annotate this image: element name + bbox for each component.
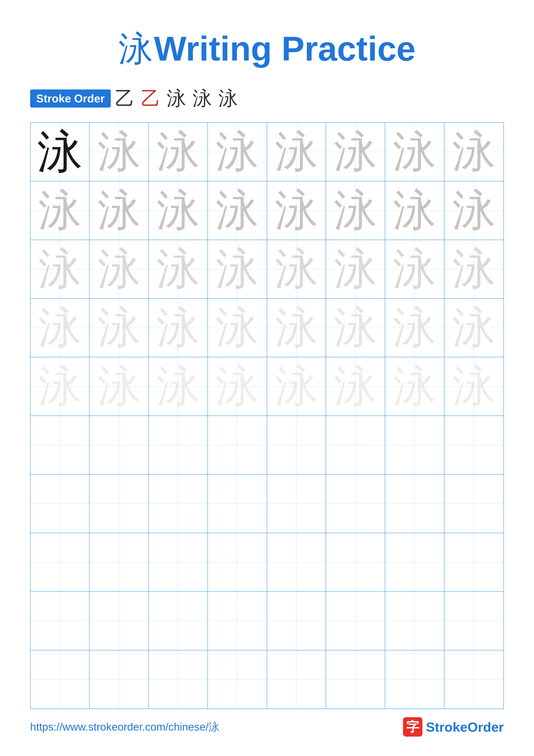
grid-cell-3-3[interactable]: 泳 [208, 299, 267, 357]
stroke-order-chars: 乙 乙 泳 泳 泳 [115, 85, 238, 112]
grid-cell-2-2[interactable]: 泳 [149, 240, 208, 298]
grid-cell-9-4[interactable] [267, 650, 326, 709]
cell-char-4-2: 泳 [151, 360, 205, 413]
grid-cell-3-4[interactable]: 泳 [267, 299, 326, 357]
grid-cell-0-2[interactable]: 泳 [149, 123, 208, 181]
grid-cell-6-7[interactable] [445, 474, 503, 533]
grid-cell-7-5[interactable] [326, 533, 385, 591]
grid-cell-8-3[interactable] [208, 592, 267, 650]
grid-cell-6-4[interactable] [267, 474, 326, 533]
grid-cell-8-1[interactable] [89, 592, 149, 650]
cell-char-0-3: 泳 [210, 125, 264, 179]
grid-cell-4-4[interactable]: 泳 [267, 357, 326, 416]
cell-char-2-1: 泳 [92, 242, 146, 296]
cell-char-4-1: 泳 [92, 360, 146, 413]
grid-cell-4-0[interactable]: 泳 [31, 357, 89, 416]
grid-cell-4-7[interactable]: 泳 [445, 357, 503, 416]
grid-cell-5-5[interactable] [326, 416, 385, 474]
grid-cell-3-1[interactable]: 泳 [89, 299, 149, 357]
grid-cell-7-6[interactable] [385, 533, 444, 591]
grid-cell-6-2[interactable] [149, 474, 208, 533]
grid-cell-1-6[interactable]: 泳 [385, 181, 444, 240]
grid-cell-4-3[interactable]: 泳 [208, 357, 267, 416]
grid-cell-8-5[interactable] [326, 592, 385, 650]
grid-cell-9-2[interactable] [149, 650, 208, 709]
grid-cell-2-0[interactable]: 泳 [31, 240, 89, 298]
grid-cell-5-2[interactable] [149, 416, 208, 474]
footer: https://www.strokeorder.com/chinese/泳 字 … [0, 717, 534, 737]
grid-cell-3-6[interactable]: 泳 [385, 299, 444, 357]
grid-cell-6-3[interactable] [208, 474, 267, 533]
grid-cell-9-5[interactable] [326, 650, 385, 709]
grid-cell-8-7[interactable] [445, 592, 503, 650]
grid-cell-4-1[interactable]: 泳 [89, 357, 149, 416]
grid-cell-0-1[interactable]: 泳 [89, 123, 149, 181]
grid-cell-1-2[interactable]: 泳 [149, 181, 208, 240]
grid-cell-5-3[interactable] [208, 416, 267, 474]
grid-cell-8-2[interactable] [149, 592, 208, 650]
grid-cell-4-6[interactable]: 泳 [385, 357, 444, 416]
footer-logo-text: StrokeOrder [426, 719, 504, 735]
grid-cell-7-7[interactable] [445, 533, 503, 591]
grid-cell-0-5[interactable]: 泳 [326, 123, 385, 181]
grid-cell-1-5[interactable]: 泳 [326, 181, 385, 240]
grid-row-6 [31, 474, 503, 533]
grid-cell-8-0[interactable] [31, 592, 89, 650]
grid-cell-9-6[interactable] [385, 650, 444, 709]
grid-cell-2-6[interactable]: 泳 [385, 240, 444, 298]
grid-cell-9-1[interactable] [89, 650, 149, 709]
grid-cell-7-1[interactable] [89, 533, 149, 591]
grid-cell-3-5[interactable]: 泳 [326, 299, 385, 357]
title-chinese-char: 泳 [118, 30, 153, 68]
cell-char-3-4: 泳 [269, 301, 323, 355]
grid-cell-5-1[interactable] [89, 416, 149, 474]
grid-cell-0-4[interactable]: 泳 [267, 123, 326, 181]
grid-cell-4-5[interactable]: 泳 [326, 357, 385, 416]
grid-cell-1-0[interactable]: 泳 [31, 181, 89, 240]
grid-cell-7-2[interactable] [149, 533, 208, 591]
grid-cell-2-7[interactable]: 泳 [445, 240, 503, 298]
grid-cell-1-3[interactable]: 泳 [208, 181, 267, 240]
cell-char-0-5: 泳 [328, 125, 382, 179]
grid-cell-5-4[interactable] [267, 416, 326, 474]
grid-cell-2-1[interactable]: 泳 [89, 240, 149, 298]
grid-cell-1-7[interactable]: 泳 [445, 181, 503, 240]
grid-cell-6-1[interactable] [89, 474, 149, 533]
grid-cell-5-0[interactable] [31, 416, 89, 474]
grid-cell-3-7[interactable]: 泳 [445, 299, 503, 357]
grid-cell-9-3[interactable] [208, 650, 267, 709]
grid-cell-6-6[interactable] [385, 474, 444, 533]
grid-cell-0-7[interactable]: 泳 [445, 123, 503, 181]
writing-grid: 泳泳泳泳泳泳泳泳泳泳泳泳泳泳泳泳泳泳泳泳泳泳泳泳泳泳泳泳泳泳泳泳泳泳泳泳泳泳泳泳 [30, 122, 504, 709]
grid-cell-4-2[interactable]: 泳 [149, 357, 208, 416]
grid-cell-0-6[interactable]: 泳 [385, 123, 444, 181]
grid-cell-2-5[interactable]: 泳 [326, 240, 385, 298]
grid-cell-3-0[interactable]: 泳 [31, 299, 89, 357]
grid-cell-0-0[interactable]: 泳 [31, 123, 89, 181]
cell-char-1-6: 泳 [388, 184, 441, 237]
grid-cell-6-5[interactable] [326, 474, 385, 533]
grid-cell-1-1[interactable]: 泳 [89, 181, 149, 240]
grid-cell-5-6[interactable] [385, 416, 444, 474]
grid-cell-8-4[interactable] [267, 592, 326, 650]
grid-cell-8-6[interactable] [385, 592, 444, 650]
grid-cell-0-3[interactable]: 泳 [208, 123, 267, 181]
cell-char-0-1: 泳 [92, 125, 146, 179]
grid-cell-7-3[interactable] [208, 533, 267, 591]
grid-row-2: 泳泳泳泳泳泳泳泳 [31, 240, 503, 299]
grid-cell-9-7[interactable] [445, 650, 503, 709]
grid-cell-2-3[interactable]: 泳 [208, 240, 267, 298]
grid-cell-5-7[interactable] [445, 416, 503, 474]
cell-char-2-4: 泳 [269, 242, 323, 296]
cell-char-1-0: 泳 [33, 184, 87, 237]
grid-cell-7-4[interactable] [267, 533, 326, 591]
grid-cell-2-4[interactable]: 泳 [267, 240, 326, 298]
cell-char-0-0: 泳 [33, 125, 87, 179]
grid-cell-9-0[interactable] [31, 650, 89, 709]
cell-char-3-7: 泳 [447, 301, 501, 355]
footer-url[interactable]: https://www.strokeorder.com/chinese/泳 [30, 720, 219, 734]
grid-cell-7-0[interactable] [31, 533, 89, 591]
grid-cell-3-2[interactable]: 泳 [149, 299, 208, 357]
grid-cell-6-0[interactable] [31, 474, 89, 533]
grid-cell-1-4[interactable]: 泳 [267, 181, 326, 240]
